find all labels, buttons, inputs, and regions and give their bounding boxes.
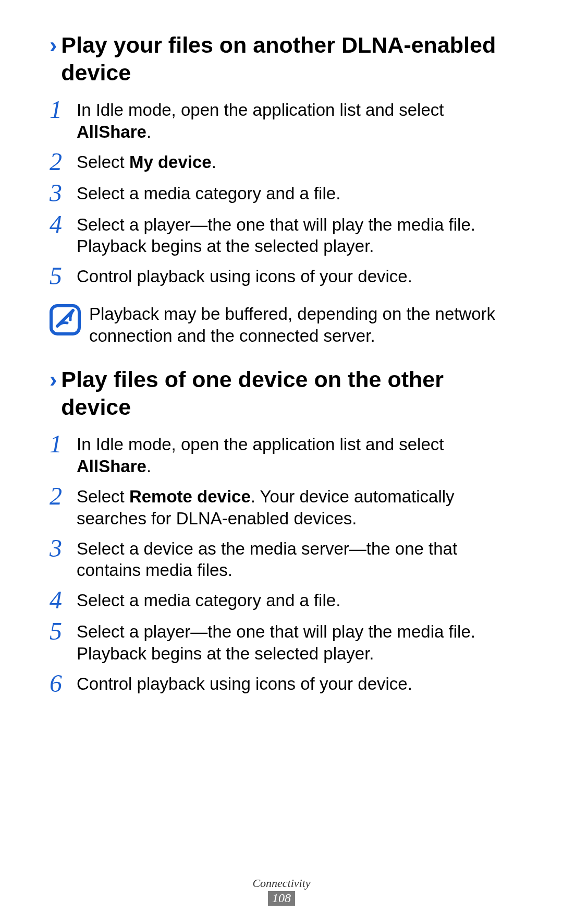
step-item: 4 Select a player—the one that will play…: [50, 212, 513, 258]
step-text: Select My device.: [77, 149, 513, 173]
step-item: 2 Select Remote device. Your device auto…: [50, 484, 513, 530]
step-number: 1: [50, 97, 77, 122]
manual-page: › Play your files on another DLNA-enable…: [0, 0, 563, 924]
step-item: 5 Select a player—the one that will play…: [50, 619, 513, 665]
step-number: 2: [50, 149, 77, 174]
step-item: 2 Select My device.: [50, 149, 513, 174]
heading-text: Play your files on another DLNA-enabled …: [61, 31, 513, 87]
steps-list-1: 1 In Idle mode, open the application lis…: [50, 97, 513, 289]
step-number: 5: [50, 619, 77, 644]
step-number: 6: [50, 671, 77, 696]
step-number: 3: [50, 181, 77, 206]
step-number: 5: [50, 263, 77, 289]
step-number: 4: [50, 212, 77, 237]
footer-section-name: Connectivity: [0, 877, 563, 890]
step-item: 3 Select a device as the media server—th…: [50, 536, 513, 582]
step-item: 1 In Idle mode, open the application lis…: [50, 431, 513, 477]
page-number: 108: [268, 891, 295, 906]
steps-list-2: 1 In Idle mode, open the application lis…: [50, 431, 513, 696]
step-text: Control playback using icons of your dev…: [77, 671, 513, 695]
step-item: 4 Select a media category and a file.: [50, 587, 513, 613]
step-text: Select a player—the one that will play t…: [77, 212, 513, 258]
step-text: Select a media category and a file.: [77, 587, 513, 611]
step-text: Select Remote device. Your device automa…: [77, 484, 513, 530]
step-text: Control playback using icons of your dev…: [77, 263, 513, 287]
note-text: Playback may be buffered, depending on t…: [89, 303, 513, 347]
page-footer: Connectivity 108: [0, 877, 563, 906]
step-text: Select a media category and a file.: [77, 181, 513, 205]
heading-text: Play files of one device on the other de…: [61, 366, 513, 421]
step-number: 1: [50, 431, 77, 457]
note-icon: [50, 304, 81, 335]
step-item: 5 Control playback using icons of your d…: [50, 263, 513, 289]
note-box: Playback may be buffered, depending on t…: [50, 303, 513, 347]
heading-play-files-other-device: › Play files of one device on the other …: [50, 366, 513, 421]
step-text: In Idle mode, open the application list …: [77, 431, 513, 477]
step-item: 1 In Idle mode, open the application lis…: [50, 97, 513, 143]
step-number: 3: [50, 536, 77, 561]
step-text: In Idle mode, open the application list …: [77, 97, 513, 143]
heading-play-your-files: › Play your files on another DLNA-enable…: [50, 31, 513, 87]
step-text: Select a player—the one that will play t…: [77, 619, 513, 665]
step-text: Select a device as the media server—the …: [77, 536, 513, 582]
step-number: 2: [50, 484, 77, 509]
step-number: 4: [50, 587, 77, 613]
step-item: 3 Select a media category and a file.: [50, 181, 513, 206]
chevron-icon: ›: [50, 366, 57, 393]
chevron-icon: ›: [50, 31, 57, 59]
step-item: 6 Control playback using icons of your d…: [50, 671, 513, 696]
